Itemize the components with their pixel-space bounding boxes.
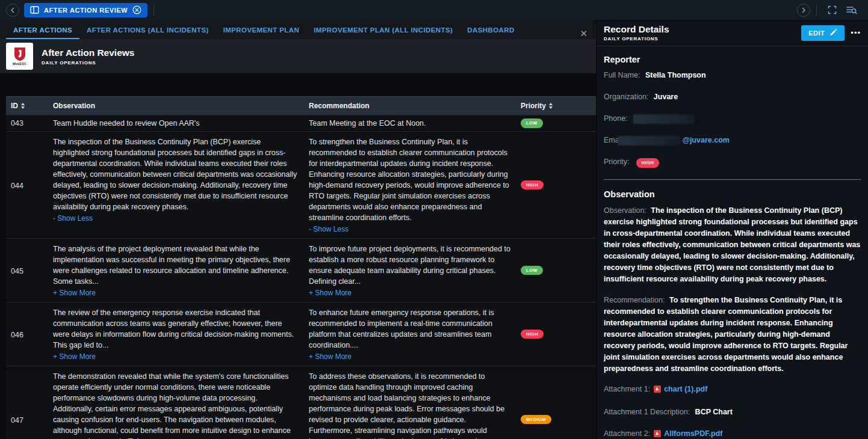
panel-close-icon[interactable]: ✕	[580, 29, 587, 38]
list-search-icon	[846, 5, 857, 14]
row-id: 045	[6, 239, 48, 302]
row-observation: Team Huddle needed to review Open AAR's	[48, 115, 304, 131]
more-menu-icon[interactable]: •••	[851, 28, 861, 37]
attachment-1-label: Attachment 1:	[604, 385, 650, 393]
sort-icon[interactable]	[21, 103, 25, 109]
chevron-left-icon	[10, 7, 16, 13]
observation-label: Observation:	[604, 206, 646, 215]
row-observation: The inspection of the Business Continuit…	[48, 132, 304, 238]
record-details-panel: Record Details DAILY OPERATIONS EDIT •••…	[596, 20, 868, 439]
attachment-1-description-value: BCP Chart	[695, 408, 733, 416]
divider	[816, 5, 817, 16]
attachment-1-description-field: Attachment 1 Description: BCP Chart	[604, 407, 861, 417]
window-tab-label: AFTER ACTION REVIEW	[44, 7, 128, 14]
recommendation-detail: Recommendation: To strengthen the Busine…	[604, 295, 861, 375]
view-tab-bar: AFTER ACTIONS AFTER ACTIONS (ALL INCIDEN…	[0, 20, 596, 39]
table-row[interactable]: 046 The review of the emergency response…	[6, 302, 596, 366]
board-subtitle: DAILY OPERATIONS	[42, 60, 134, 66]
redacted-email-value	[618, 136, 680, 146]
show-less-link[interactable]: - Show Less	[53, 213, 93, 224]
record-details-body: Reporter Full Name: Stella Thompson Orga…	[597, 46, 868, 439]
table-row[interactable]: 043 Team Huddle needed to review Open AA…	[6, 115, 596, 132]
board-layout-icon	[30, 6, 39, 14]
row-recommendation: To improve future project deployments, i…	[304, 239, 516, 302]
organization-field: Organization: Juvare	[604, 92, 861, 102]
toolbar-spacer	[0, 73, 596, 96]
row-observation: The demonstration revealed that while th…	[48, 366, 304, 439]
top-bar: AFTER ACTION REVIEW	[0, 0, 868, 20]
pencil-icon	[829, 29, 837, 37]
window-tab-close-icon[interactable]	[132, 5, 141, 14]
fullscreen-button[interactable]	[823, 5, 842, 14]
window-tab-after-action-review[interactable]: AFTER ACTION REVIEW	[24, 3, 147, 17]
observation-detail: Observation: The inspection of the Busin…	[604, 205, 861, 285]
edit-button-label: EDIT	[808, 29, 825, 37]
board-search-button[interactable]	[842, 5, 862, 14]
show-less-link[interactable]: - Show Less	[309, 224, 349, 235]
table-header-row: ID Observation Recommendation Priority	[6, 96, 596, 115]
back-button[interactable]	[6, 4, 19, 17]
record-details-header: Record Details DAILY OPERATIONS EDIT •••	[597, 20, 868, 46]
pdf-file-icon	[654, 385, 661, 396]
record-details-subtitle: DAILY OPERATIONS	[604, 36, 669, 41]
tab-improvement-plan[interactable]: IMPROVEMENT PLAN	[216, 22, 307, 39]
attachment-2-label: Attachment 2:	[604, 429, 650, 438]
phone-field: Phone:	[604, 114, 861, 124]
after-actions-table: ID Observation Recommendation Priority 0…	[0, 96, 596, 439]
pdf-file-icon	[654, 430, 661, 439]
email-field: Email: @juvare.com	[604, 135, 861, 146]
section-divider	[604, 179, 861, 180]
tab-after-actions[interactable]: AFTER ACTIONS	[6, 22, 79, 39]
sort-icon[interactable]	[549, 103, 553, 109]
attachment-2-field: Attachment 2:AllformsPDF.pdf	[604, 429, 861, 439]
edit-button[interactable]: EDIT	[801, 25, 845, 41]
tab-after-actions-all-incidents[interactable]: AFTER ACTIONS (ALL INCIDENTS)	[79, 22, 216, 39]
forward-button[interactable]	[797, 4, 810, 17]
row-recommendation: Team Meeting at the EOC at Noon.	[304, 115, 516, 131]
board-title: After Action Reviews	[42, 48, 134, 58]
priority-label: Priority:	[604, 158, 629, 166]
chevron-right-icon	[801, 7, 807, 13]
row-recommendation: To address these observations, it is rec…	[304, 366, 516, 439]
observation-value: The inspection of the Business Continuit…	[604, 206, 860, 283]
column-header-observation: Observation	[48, 97, 304, 115]
phone-label: Phone:	[604, 114, 628, 123]
juvare-webeoc-logo: WebEOC	[6, 43, 33, 70]
show-more-link[interactable]: + Show More	[53, 351, 96, 362]
full-name-label: Full Name:	[604, 71, 640, 79]
priority-badge: LOW	[521, 118, 543, 128]
show-more-link[interactable]: + Show More	[309, 351, 352, 362]
table-row[interactable]: 045 The analysis of the project deployme…	[6, 239, 596, 302]
show-more-link[interactable]: + Show More	[309, 287, 352, 298]
divider	[153, 5, 154, 16]
juvare-shield-icon	[14, 47, 26, 61]
attachment-1-link[interactable]: chart (1).pdf	[664, 385, 707, 393]
show-more-link[interactable]: + Show More	[53, 287, 96, 298]
reporter-heading: Reporter	[604, 55, 861, 64]
recommendation-label: Recommendation:	[604, 296, 665, 304]
priority-badge: MEDIUM	[521, 415, 551, 425]
column-header-priority[interactable]: Priority	[516, 97, 596, 115]
table-row[interactable]: 044 The inspection of the Business Conti…	[6, 132, 596, 239]
tab-improvement-plan-all-incidents[interactable]: IMPROVEMENT PLAN (ALL INCIDENTS)	[306, 22, 460, 39]
column-header-id[interactable]: ID	[6, 97, 48, 115]
row-id: 047	[6, 366, 48, 439]
priority-badge: HIGH	[521, 330, 544, 339]
priority-badge: HIGH	[521, 180, 544, 190]
board-header: WebEOC After Action Reviews DAILY OPERAT…	[0, 39, 596, 73]
record-details-title: Record Details	[604, 24, 669, 35]
organization-label: Organization:	[604, 93, 648, 101]
table-row[interactable]: 047 The demonstration revealed that whil…	[6, 366, 596, 439]
row-observation: The analysis of the project deployment r…	[48, 239, 304, 302]
tab-dashboard[interactable]: DASHBOARD	[460, 22, 521, 39]
attachment-1-description-label: Attachment 1 Description:	[604, 408, 690, 416]
full-name-value: Stella Thompson	[645, 71, 706, 79]
priority-badge: LOW	[521, 266, 543, 275]
email-domain-link[interactable]: @juvare.com	[683, 136, 730, 144]
full-name-field: Full Name: Stella Thompson	[604, 70, 861, 81]
fullscreen-icon	[828, 5, 837, 14]
logo-text: WebEOC	[13, 62, 26, 66]
attachment-2-link[interactable]: AllformsPDF.pdf	[664, 429, 722, 438]
row-id: 043	[6, 115, 48, 131]
row-recommendation: To enhance future emergency response ope…	[304, 302, 516, 366]
